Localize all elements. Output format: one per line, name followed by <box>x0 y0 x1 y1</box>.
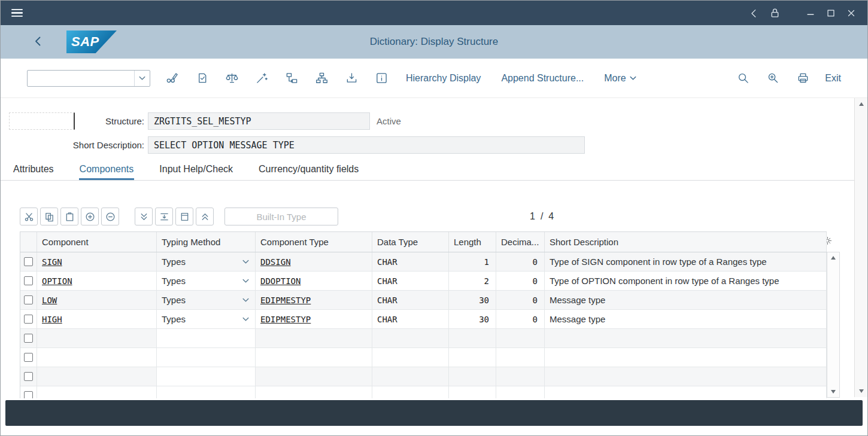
scroll-down-button[interactable] <box>858 389 864 394</box>
row-select-checkbox[interactable] <box>24 391 33 398</box>
typing-method-cell[interactable] <box>157 329 256 347</box>
typing-method-cell[interactable] <box>157 386 256 398</box>
typing-method-cell[interactable] <box>157 367 256 386</box>
info-icon <box>375 72 388 84</box>
component-type-link[interactable]: EDIPMESTYP <box>260 295 311 305</box>
column-header-decimals[interactable]: Decima... <box>496 232 545 252</box>
select-cell <box>20 367 37 386</box>
more-button[interactable]: More <box>604 73 636 84</box>
scroll-down-button[interactable] <box>830 389 836 394</box>
scroll-up-button[interactable] <box>858 102 864 106</box>
exit-button[interactable]: Exit <box>825 73 841 84</box>
compare-button[interactable] <box>226 72 238 84</box>
table-header-row: Component Typing Method Component Type D… <box>20 232 827 252</box>
typing-method-value: Types <box>162 257 186 267</box>
active-status: Active <box>377 112 401 130</box>
data-type-cell: CHAR <box>372 310 449 328</box>
row-select-checkbox[interactable] <box>24 334 33 343</box>
row-select-checkbox[interactable] <box>24 276 33 285</box>
page-scrollbar[interactable] <box>854 98 867 397</box>
typing-method-select[interactable]: Types <box>157 310 256 328</box>
print-button[interactable] <box>797 72 809 84</box>
typing-method-select[interactable]: Types <box>157 272 256 290</box>
column-header-component[interactable]: Component <box>37 232 157 252</box>
typing-method-select[interactable]: Types <box>157 291 256 309</box>
column-header-length[interactable]: Length <box>449 232 496 252</box>
paste-button[interactable] <box>60 208 78 225</box>
component-type-link[interactable]: EDIPMESTYP <box>260 315 311 324</box>
component-cell[interactable] <box>37 367 157 386</box>
row-select-checkbox[interactable] <box>24 295 33 304</box>
component-link[interactable]: SIGN <box>42 257 62 267</box>
column-header-typing-method[interactable]: Typing Method <box>157 232 256 252</box>
tab-input-help-check[interactable]: Input Help/Check <box>159 160 233 180</box>
hierarchy-display-button[interactable]: Hierarchy Display <box>406 73 481 84</box>
search-more-button[interactable] <box>767 72 779 84</box>
window-controls <box>744 4 861 22</box>
insert-row-button[interactable] <box>155 208 173 225</box>
collapse-all-button[interactable] <box>196 208 214 225</box>
info-button[interactable] <box>375 72 388 84</box>
row-select-checkbox[interactable] <box>24 257 33 266</box>
component-link[interactable]: LOW <box>42 295 57 305</box>
component-cell[interactable] <box>37 386 157 398</box>
command-field[interactable] <box>27 70 150 87</box>
display-change-button[interactable] <box>166 72 178 84</box>
close-button[interactable] <box>841 4 861 22</box>
menu-button[interactable] <box>7 4 27 22</box>
search-button[interactable] <box>737 72 749 84</box>
cut-button[interactable] <box>20 208 38 225</box>
where-used-button[interactable] <box>286 72 298 84</box>
row-position-indicator: 1 / 4 <box>530 208 554 225</box>
component-type-cell: EDIPMESTYP <box>256 310 372 328</box>
overview-button[interactable] <box>175 208 193 225</box>
header-back-button[interactable] <box>32 35 45 48</box>
sap-logo: SAP <box>66 31 117 53</box>
check-button[interactable] <box>196 72 208 84</box>
expand-all-button[interactable] <box>135 208 153 225</box>
typing-method-select[interactable]: Types <box>157 252 256 271</box>
append-structure-button[interactable]: Append Structure... <box>501 73 584 84</box>
add-row-button[interactable] <box>81 208 99 225</box>
description-cell: Type of OPTION component in row type of … <box>545 272 827 290</box>
maximize-button[interactable] <box>821 4 841 22</box>
decimals-cell <box>496 386 545 398</box>
tab-attributes[interactable]: Attributes <box>13 160 54 180</box>
row-select-checkbox[interactable] <box>24 372 33 381</box>
component-type-cell[interactable] <box>256 386 372 398</box>
check-document-icon <box>196 72 208 84</box>
component-cell: SIGN <box>37 252 157 271</box>
row-select-checkbox[interactable] <box>24 315 33 324</box>
tab-currency-quantity-fields[interactable]: Currency/quantity fields <box>258 160 359 180</box>
copy-button[interactable] <box>40 208 58 225</box>
component-type-cell[interactable] <box>256 348 372 367</box>
table-scrollbar[interactable] <box>827 252 840 398</box>
typing-method-cell[interactable] <box>157 348 256 367</box>
activate-button[interactable] <box>256 72 268 84</box>
lock-button[interactable] <box>764 4 785 22</box>
component-type-cell[interactable] <box>256 329 372 347</box>
import-button[interactable] <box>345 72 358 84</box>
component-link[interactable]: HIGH <box>42 315 62 324</box>
minimize-button[interactable] <box>800 4 821 22</box>
tab-components[interactable]: Components <box>79 160 135 180</box>
column-header-data-type[interactable]: Data Type <box>372 232 449 252</box>
structure-input[interactable]: ZRGTITS_SEL_MESTYP <box>148 112 370 130</box>
table-row-empty <box>20 386 827 398</box>
builtin-type-button[interactable]: Built-In Type <box>224 208 338 225</box>
back-button[interactable] <box>744 4 764 22</box>
component-cell[interactable] <box>37 348 157 367</box>
hierarchy-button[interactable] <box>315 72 328 84</box>
short-description-input[interactable]: SELECT OPTION MESSAGE TYPE <box>148 136 585 154</box>
component-type-link[interactable]: DDSIGN <box>260 257 291 267</box>
column-header-short-description[interactable]: Short Description <box>545 232 827 252</box>
column-header-component-type[interactable]: Component Type <box>256 232 372 252</box>
row-select-checkbox[interactable] <box>24 353 33 362</box>
component-type-cell[interactable] <box>256 367 372 386</box>
scroll-up-button[interactable] <box>830 255 836 260</box>
component-link[interactable]: OPTION <box>42 276 72 286</box>
remove-row-button[interactable] <box>101 208 119 225</box>
component-cell[interactable] <box>37 329 157 347</box>
chevron-down-icon[interactable] <box>134 71 150 86</box>
component-type-link[interactable]: DDOPTION <box>260 276 301 286</box>
